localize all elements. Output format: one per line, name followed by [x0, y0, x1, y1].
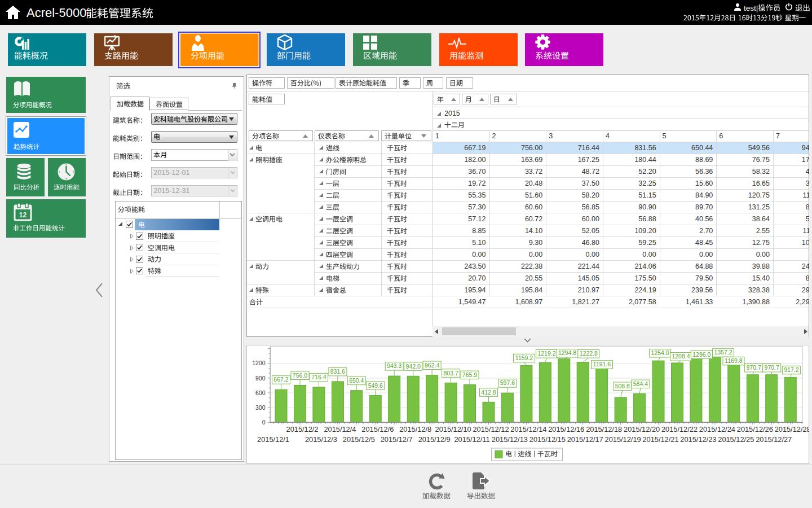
svg-text:1296.0: 1296.0 [692, 351, 710, 357]
svg-text:803.7: 803.7 [443, 369, 458, 376]
svg-text:1222.8: 1222.8 [579, 350, 597, 357]
svg-text:1191.6: 1191.6 [593, 361, 610, 367]
svg-text:2015/12/21: 2015/12/21 [642, 435, 678, 444]
svg-text:0: 0 [262, 418, 265, 425]
svg-text:2015/12/22: 2015/12/22 [661, 424, 697, 433]
svg-text:765.9: 765.9 [462, 371, 476, 378]
svg-text:2015/12/8: 2015/12/8 [399, 424, 431, 433]
svg-text:12: 12 [19, 211, 27, 219]
svg-text:2015/12/19: 2015/12/19 [604, 435, 641, 444]
svg-text:667.2: 667.2 [273, 376, 288, 383]
svg-text:2015/12/17: 2015/12/17 [567, 435, 603, 444]
svg-text:549.6: 549.6 [368, 382, 382, 388]
svg-text:1159.2: 1159.2 [515, 354, 532, 361]
svg-text:2015/12/16: 2015/12/16 [548, 424, 584, 433]
svg-text:2015/12/23: 2015/12/23 [680, 435, 716, 444]
svg-text:917.2: 917.2 [784, 366, 798, 373]
svg-text:2015/12/20: 2015/12/20 [624, 424, 660, 433]
svg-text:2015/12/14: 2015/12/14 [510, 424, 546, 433]
svg-text:2015/12/27: 2015/12/27 [756, 435, 792, 444]
svg-text:2015/12/3: 2015/12/3 [304, 435, 337, 444]
svg-text:1169.8: 1169.8 [725, 357, 742, 364]
svg-text:962.4: 962.4 [424, 361, 439, 368]
svg-text:970.7: 970.7 [746, 364, 761, 371]
svg-text:597.6: 597.6 [500, 379, 514, 386]
svg-text:2015/12/24: 2015/12/24 [699, 424, 735, 433]
svg-text:831.6: 831.6 [330, 368, 345, 375]
svg-text:943.3: 943.3 [387, 362, 401, 369]
svg-text:1200: 1200 [252, 360, 266, 366]
svg-text:900: 900 [255, 374, 265, 381]
svg-text:1357.2: 1357.2 [714, 349, 732, 356]
svg-text:1254.0: 1254.0 [651, 349, 669, 356]
svg-text:756.0: 756.0 [292, 371, 307, 378]
svg-text:650.4: 650.4 [349, 376, 364, 383]
svg-text:508.8: 508.8 [615, 382, 629, 389]
svg-text:2015/12/15: 2015/12/15 [529, 435, 565, 444]
svg-text:970.7: 970.7 [764, 364, 779, 371]
svg-text:1294.8: 1294.8 [558, 349, 576, 356]
svg-text:2015/12/11: 2015/12/11 [454, 435, 489, 444]
svg-text:2015/12/6: 2015/12/6 [361, 424, 394, 433]
svg-text:2015/12/1: 2015/12/1 [257, 435, 289, 444]
svg-text:300: 300 [255, 404, 265, 410]
svg-text:2015/12/9: 2015/12/9 [418, 435, 450, 444]
svg-text:2015/12/12: 2015/12/12 [473, 424, 509, 433]
svg-text:2015/12/7: 2015/12/7 [380, 435, 412, 444]
svg-text:584.4: 584.4 [633, 380, 647, 387]
svg-text:2015/12/2: 2015/12/2 [286, 424, 318, 433]
svg-text:1208.4: 1208.4 [672, 353, 690, 360]
svg-text:2015/12/18: 2015/12/18 [586, 424, 622, 433]
svg-text:2015/12/5: 2015/12/5 [342, 435, 374, 444]
svg-text:1219.2: 1219.2 [537, 350, 555, 357]
svg-text:716.4: 716.4 [311, 374, 326, 380]
svg-text:2015/12/25: 2015/12/25 [718, 435, 754, 444]
svg-text:942.0: 942.0 [405, 362, 420, 369]
svg-text:600: 600 [255, 389, 265, 396]
svg-text:412.8: 412.8 [481, 388, 496, 395]
svg-text:2015/12/4: 2015/12/4 [324, 424, 356, 433]
svg-text:2015/12/26: 2015/12/26 [736, 424, 773, 433]
svg-text:2015/12/13: 2015/12/13 [491, 435, 527, 444]
svg-text:2015/12/28: 2015/12/28 [774, 424, 809, 433]
svg-text:2015/12/10: 2015/12/10 [435, 424, 471, 433]
